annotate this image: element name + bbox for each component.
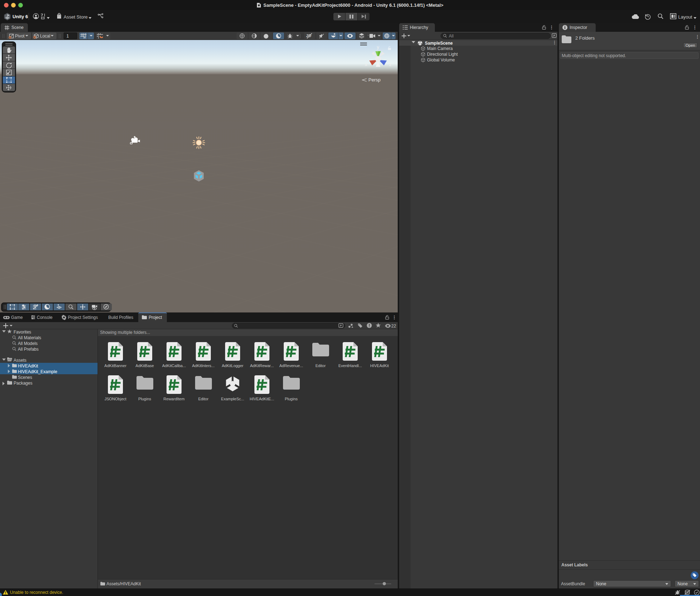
svg-text:y: y <box>377 44 379 50</box>
svg-text:z: z <box>389 62 392 67</box>
svg-text:Y: Y <box>84 36 86 39</box>
svg-text:x: x <box>365 62 367 67</box>
